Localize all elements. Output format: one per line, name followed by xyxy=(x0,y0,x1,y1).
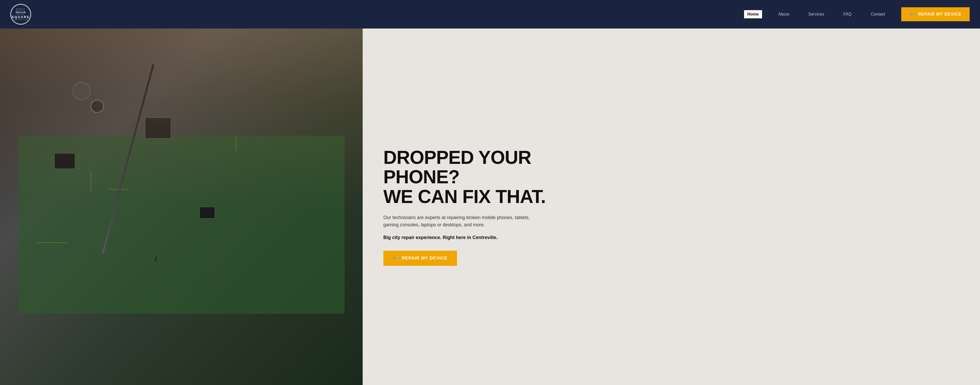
hero-text-block: DROPPED YOUR PHONE? WE CAN FIX THAT. Our… xyxy=(383,148,565,266)
hero-headline: DROPPED YOUR PHONE? WE CAN FIX THAT. xyxy=(383,148,565,207)
hero-subtext: Our technicians are experts at repairing… xyxy=(383,214,544,229)
logo[interactable]: MOBILE DEVICE REPAIR ON THE SQUARE CENTR… xyxy=(10,4,31,25)
hero-headline-line1: DROPPED YOUR PHONE? xyxy=(383,147,531,187)
hand-overlay xyxy=(0,29,363,385)
hero-content: DROPPED YOUR PHONE? WE CAN FIX THAT. Our… xyxy=(363,29,980,385)
nav-item-services[interactable]: Services xyxy=(805,10,827,18)
hero-cta-label: REPAIR MY DEVICE xyxy=(402,256,448,261)
navbar-cta-label: REPAIR MY DEVICE xyxy=(918,12,961,17)
hero-image-bg xyxy=(0,29,363,385)
nav-item-faq[interactable]: FAQ xyxy=(840,10,854,18)
logo-text-repair: REPAIR xyxy=(16,11,25,14)
nav-item-about[interactable]: About xyxy=(775,10,792,18)
hero-wrench-icon: 🔧 xyxy=(391,254,400,262)
nav-item-contact[interactable]: Contact xyxy=(867,10,888,18)
hero-image xyxy=(0,29,363,385)
hero-tagline: Big city repair experience. Right here i… xyxy=(383,235,565,240)
logo-text-centreville: CENTREVILLE xyxy=(13,19,28,21)
navbar-cta-button[interactable]: 🔧 REPAIR MY DEVICE xyxy=(901,7,970,21)
hero-headline-line2: WE CAN FIX THAT. xyxy=(383,186,546,207)
logo-text-square: SQUARE xyxy=(12,15,30,19)
nav-menu: Home About Services FAQ Contact 🔧 REPAIR… xyxy=(744,7,970,21)
hero-cta-button[interactable]: 🔧 REPAIR MY DEVICE xyxy=(383,251,457,266)
logo-circle: MOBILE DEVICE REPAIR ON THE SQUARE CENTR… xyxy=(10,4,31,25)
wrench-icon: 🔧 xyxy=(908,10,916,18)
logo-text-top: MOBILE DEVICE xyxy=(11,8,30,11)
navbar: MOBILE DEVICE REPAIR ON THE SQUARE CENTR… xyxy=(0,0,980,29)
nav-item-home[interactable]: Home xyxy=(744,10,762,18)
hero-section: DROPPED YOUR PHONE? WE CAN FIX THAT. Our… xyxy=(0,29,980,385)
